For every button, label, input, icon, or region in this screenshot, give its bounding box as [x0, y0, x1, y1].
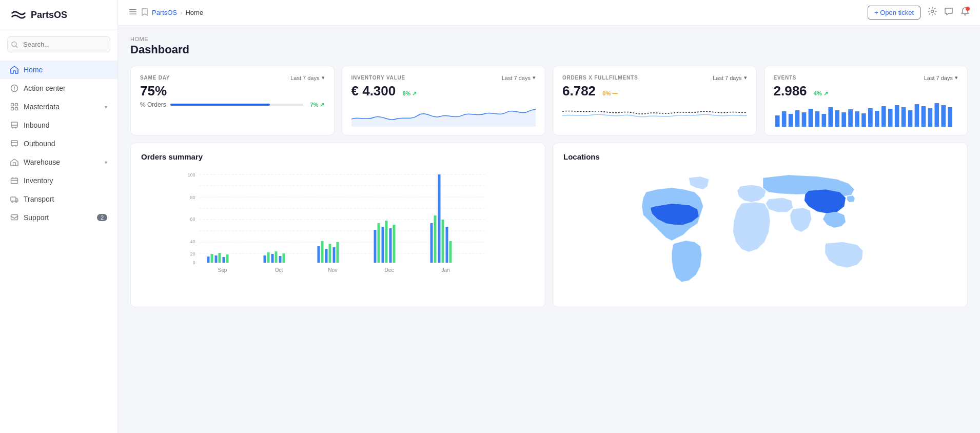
sidebar-item-support[interactable]: Support 2: [0, 208, 117, 227]
sidebar-item-label: Transport: [24, 195, 54, 203]
svg-rect-67: [267, 252, 270, 263]
stat-label-inventory: INVENTORY VALUE: [351, 75, 406, 81]
svg-rect-74: [325, 249, 328, 263]
stat-period-inventory[interactable]: Last 7 days ▾: [502, 74, 536, 81]
stat-card-inventory-value: INVENTORY VALUE Last 7 days ▾ € 4.300 8%…: [342, 66, 546, 135]
breadcrumb-current: Home: [185, 9, 203, 16]
orders-line-chart: [562, 101, 747, 127]
svg-rect-30: [848, 109, 853, 127]
svg-rect-39: [908, 110, 912, 127]
svg-rect-83: [393, 225, 396, 263]
sidebar-item-label: Support: [24, 213, 49, 222]
svg-rect-87: [442, 220, 444, 263]
topbar-right: + Open ticket: [868, 6, 970, 19]
svg-point-13: [16, 201, 17, 203]
svg-rect-42: [928, 108, 932, 127]
stat-mini-badge: 7% ↗: [310, 102, 325, 108]
svg-rect-26: [821, 114, 826, 127]
topbar: PartsOS › Home + Open ticket: [118, 0, 980, 26]
stat-card-orders-fulfillments: ORDERS X FULLFILMENTS Last 7 days ▾ 6.78…: [553, 66, 757, 135]
breadcrumb-root[interactable]: PartsOS: [152, 9, 177, 16]
bottom-row: Orders summary 100 80: [130, 143, 968, 307]
search-container: [0, 30, 117, 58]
svg-rect-77: [337, 242, 339, 263]
bookmark-icon[interactable]: [141, 8, 149, 18]
sidebar-item-label: Masterdata: [24, 103, 60, 111]
chat-icon[interactable]: [944, 7, 953, 18]
sidebar-nav: Home Action center Masterdata ▾: [0, 58, 117, 433]
stat-label-events: EVENTS: [774, 75, 797, 81]
settings-icon[interactable]: [928, 7, 937, 18]
svg-rect-45: [948, 107, 952, 127]
sidebar-item-action-center[interactable]: Action center: [0, 79, 117, 97]
stat-period-orders[interactable]: Last 7 days ▾: [713, 74, 747, 81]
svg-rect-82: [389, 228, 392, 263]
main-area: PartsOS › Home + Open ticket: [118, 0, 980, 433]
stat-mini-row-same-day: % Orders 7% ↗: [140, 101, 325, 108]
chevron-down-icon: ▾: [744, 74, 747, 81]
sidebar-logo: PartsOS: [0, 0, 117, 30]
svg-rect-9: [13, 163, 16, 166]
stat-mini-label: % Orders: [140, 101, 166, 108]
support-badge: 2: [97, 214, 107, 221]
sidebar-item-outbound[interactable]: Outbound: [0, 134, 117, 153]
sidebar-item-inbound[interactable]: Inbound: [0, 116, 117, 134]
svg-text:Dec: Dec: [385, 267, 394, 273]
chevron-down-icon: ▾: [105, 160, 107, 165]
svg-text:100: 100: [187, 172, 195, 178]
stat-period-events[interactable]: Last 7 days ▾: [924, 74, 958, 81]
notification-dot: [966, 7, 970, 11]
search-icon: [11, 41, 18, 48]
stat-card-same-day: SAME DAY Last 7 days ▾ 75% % Orders 7% ↗: [130, 66, 335, 135]
svg-rect-64: [223, 257, 225, 263]
svg-rect-85: [434, 215, 437, 263]
sidebar-item-label: Inbound: [24, 121, 50, 129]
sidebar-item-home[interactable]: Home: [0, 61, 117, 79]
svg-rect-17: [129, 13, 136, 14]
sidebar-item-masterdata[interactable]: Masterdata ▾: [0, 97, 117, 116]
inventory-icon: [10, 176, 18, 185]
sidebar-item-warehouse[interactable]: Warehouse ▾: [0, 153, 117, 171]
support-icon: [10, 213, 18, 222]
svg-rect-70: [279, 256, 282, 263]
svg-text:Jan: Jan: [441, 267, 449, 273]
svg-rect-11: [11, 197, 16, 201]
open-ticket-button[interactable]: + Open ticket: [868, 6, 920, 19]
events-bar-chart: [774, 101, 958, 127]
svg-rect-16: [129, 11, 136, 12]
outbound-icon: [10, 140, 18, 148]
svg-rect-80: [382, 227, 384, 263]
svg-rect-36: [888, 109, 892, 127]
action-icon: [10, 84, 18, 92]
svg-rect-34: [875, 111, 879, 127]
stat-period-same-day[interactable]: Last 7 days ▾: [290, 74, 324, 81]
svg-rect-75: [329, 244, 331, 263]
svg-text:Oct: Oct: [275, 267, 283, 273]
sidebar-toggle-icon[interactable]: [128, 7, 138, 18]
svg-rect-33: [868, 108, 873, 127]
sidebar-item-label: Outbound: [24, 140, 55, 148]
search-input[interactable]: [7, 36, 110, 52]
svg-text:80: 80: [190, 195, 195, 200]
inbound-icon: [10, 121, 18, 129]
svg-rect-73: [321, 241, 324, 263]
svg-rect-72: [318, 246, 320, 263]
chevron-down-icon: ▾: [105, 104, 107, 110]
stat-label-orders: ORDERS X FULLFILMENTS: [562, 75, 638, 81]
svg-rect-79: [378, 223, 380, 263]
svg-rect-63: [219, 253, 221, 263]
stat-value-events: 2.986 4% ↗: [774, 83, 958, 99]
svg-rect-23: [801, 112, 806, 127]
svg-text:20: 20: [190, 251, 195, 257]
sidebar-item-transport[interactable]: Transport: [0, 190, 117, 208]
svg-text:0: 0: [192, 260, 195, 265]
svg-rect-6: [15, 108, 18, 110]
sidebar-item-inventory[interactable]: Inventory: [0, 171, 117, 190]
svg-point-12: [12, 201, 13, 203]
logo-icon: [10, 9, 27, 21]
locations-map: [563, 169, 957, 298]
notification-icon[interactable]: [961, 7, 970, 18]
svg-text:Nov: Nov: [328, 267, 338, 273]
svg-text:40: 40: [190, 239, 195, 244]
progress-bar-fill: [170, 104, 270, 106]
